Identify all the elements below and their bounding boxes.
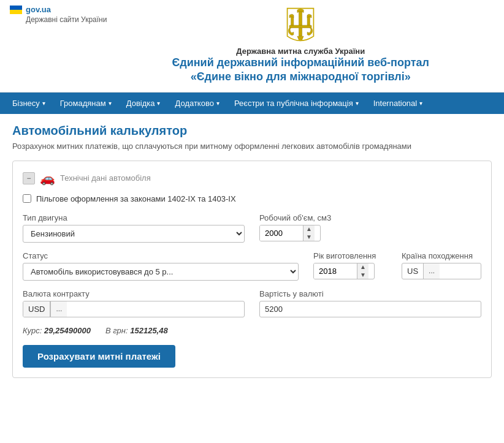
status-select[interactable]: Автомобіль використовувався до 5 р... Но… [23, 263, 299, 281]
engine-type-group: Тип двигуна Бензиновий Дизельний Гібридн… [23, 213, 245, 243]
cost-label: Вартість у валюті [259, 289, 481, 298]
card-header: − 🚗 Технічні дані автомобіля [23, 171, 481, 186]
gov-subtitle: Державні сайти України [26, 15, 107, 24]
currency-input-group: USD ... [23, 301, 245, 317]
nav-item-reestry[interactable]: Реєстри та публічна інформація ▾ [227, 93, 366, 114]
engine-type-select[interactable]: Бензиновий Дизельний Гібридний Електричн… [23, 225, 245, 243]
year-decrement-button[interactable]: ▼ [357, 271, 368, 279]
cost-input[interactable]: 5200 [259, 301, 481, 317]
svg-rect-3 [289, 25, 311, 28]
cost-group: Вартість у валюті 5200 [259, 289, 481, 317]
header: gov.ua Державні сайти України [0, 0, 504, 93]
privilege-checkbox[interactable] [23, 194, 31, 203]
country-select-button[interactable]: ... [423, 263, 440, 279]
status-year-country-section: Статус Автомобіль використовувався до 5 … [23, 251, 481, 281]
page-title: Автомобільний калькулятор [12, 124, 492, 138]
currency-label: Валюта контракту [23, 289, 245, 298]
nav-item-dodatkovo[interactable]: Додатково ▾ [167, 93, 226, 114]
chevron-down-icon: ▾ [42, 100, 45, 107]
volume-group: Робочий об'єм, см3 2000 ▲ ▼ [259, 213, 481, 243]
page-subtitle: Розрахунок митних платежів, що сплачують… [12, 142, 492, 151]
chevron-down-icon: ▾ [109, 100, 112, 107]
year-input[interactable]: 2018 [314, 263, 357, 279]
portal-title: Єдиний державний інформаційний веб-порта… [172, 56, 429, 85]
svg-rect-0 [299, 10, 302, 26]
volume-spinner: 2000 ▲ ▼ [259, 225, 321, 241]
currency-code: USD [23, 301, 50, 317]
volume-increment-button[interactable]: ▲ [304, 225, 315, 233]
country-code: US [402, 263, 423, 279]
rate-value: 29,25490000 [44, 326, 91, 335]
car-icon: 🚗 [40, 171, 55, 186]
currency-group: Валюта контракту USD ... [23, 289, 245, 317]
gov-logo: gov.ua Державні сайти України [10, 5, 107, 24]
country-group: Країна походження US ... [402, 251, 481, 281]
hrn-value: 152125,48 [130, 326, 167, 335]
engine-type-label: Тип двигуна [23, 213, 245, 222]
year-label: Рік виготовлення [313, 251, 387, 260]
svg-rect-4 [299, 28, 302, 36]
gov-link[interactable]: gov.ua [26, 5, 51, 14]
rate-text: Курс: 29,25490000 [23, 326, 91, 335]
org-name: Державна митна служба України [236, 47, 365, 56]
chevron-down-icon: ▾ [419, 100, 422, 107]
collapse-button[interactable]: − [23, 172, 35, 184]
chevron-down-icon: ▾ [356, 100, 359, 107]
flag-icon [10, 6, 22, 14]
chevron-down-icon: ▾ [216, 100, 220, 107]
volume-label: Робочий об'єм, см3 [259, 213, 481, 222]
calculator-card: − 🚗 Технічні дані автомобіля Пільгове оф… [12, 161, 492, 378]
chevron-down-icon: ▾ [157, 100, 160, 107]
year-spinner-buttons: ▲ ▼ [357, 263, 368, 279]
privilege-label[interactable]: Пільгове оформлення за законами 1402-IX … [36, 194, 236, 203]
country-label: Країна походження [402, 251, 481, 260]
year-spinner: 2018 ▲ ▼ [313, 263, 375, 279]
main-content: Автомобільний калькулятор Розрахунок мит… [0, 114, 504, 388]
status-label: Статус [23, 251, 299, 260]
country-input-group: US ... [402, 263, 481, 279]
currency-select-button[interactable]: ... [50, 301, 67, 317]
calculate-button[interactable]: Розрахувати митні платежі [23, 345, 175, 368]
year-group: Рік виготовлення 2018 ▲ ▼ [313, 251, 387, 281]
nav-item-international[interactable]: International ▾ [366, 93, 430, 114]
volume-input[interactable]: 2000 [260, 225, 303, 241]
trident-icon [282, 7, 319, 44]
volume-spinner-buttons: ▲ ▼ [303, 225, 315, 241]
rate-row: Курс: 29,25490000 В грн: 152125,48 [23, 326, 481, 335]
status-group: Статус Автомобіль використовувався до 5 … [23, 251, 299, 281]
volume-decrement-button[interactable]: ▼ [304, 233, 315, 241]
hrn-text: В грн: 152125,48 [105, 326, 168, 335]
year-increment-button[interactable]: ▲ [357, 263, 368, 271]
engine-volume-section: Тип двигуна Бензиновий Дизельний Гібридн… [23, 213, 481, 243]
header-center: Державна митна служба України Єдиний дер… [107, 5, 494, 87]
nav-item-gromadyanam[interactable]: Громадянам ▾ [53, 93, 119, 114]
nav-item-dovidka[interactable]: Довідка ▾ [119, 93, 168, 114]
nav-item-biznesu[interactable]: Бізнесу ▾ [5, 93, 53, 114]
card-header-label: Технічні дані автомобіля [60, 173, 151, 183]
privilege-checkbox-row: Пільгове оформлення за законами 1402-IX … [23, 194, 481, 203]
navbar: Бізнесу ▾ Громадянам ▾ Довідка ▾ Додатко… [0, 93, 504, 114]
currency-cost-section: Валюта контракту USD ... Вартість у валю… [23, 289, 481, 317]
